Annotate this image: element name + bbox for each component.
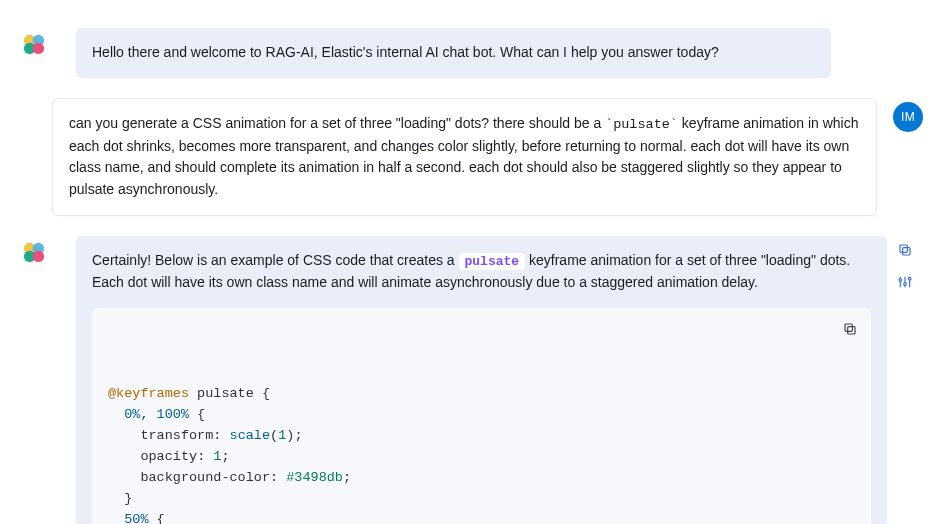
ai-reply-inline-code: pulsate — [459, 253, 526, 270]
user-prompt-row: can you generate a CSS animation for a s… — [20, 98, 923, 216]
ai-reply-row: Certainly! Below is an example of CSS co… — [20, 236, 923, 524]
user-prompt-text: can you generate a CSS animation for a s… — [69, 115, 859, 197]
svg-rect-8 — [848, 326, 855, 333]
elastic-logo-icon — [20, 238, 48, 266]
ai-welcome-text: Hello there and welcome to RAG-AI, Elast… — [92, 44, 719, 60]
ai-welcome-bubble: Hello there and welcome to RAG-AI, Elast… — [76, 28, 831, 78]
copy-reply-icon[interactable] — [895, 240, 915, 260]
user-avatar: IM — [893, 102, 923, 132]
svg-point-7 — [33, 250, 44, 261]
code-block: @keyframes pulsate { 0%, 100% { transfor… — [92, 308, 871, 525]
ai-avatar-col — [20, 28, 76, 58]
user-avatar-col: IM — [877, 98, 923, 132]
svg-rect-11 — [900, 245, 907, 252]
ai-reply-bubble: Certainly! Below is an example of CSS co… — [76, 236, 887, 524]
ai-reply-pre: Certainly! Below is an example of CSS co… — [92, 252, 459, 268]
elastic-logo-icon — [20, 30, 48, 58]
svg-rect-9 — [845, 324, 852, 331]
svg-point-13 — [899, 278, 902, 281]
svg-point-3 — [33, 43, 44, 54]
svg-rect-10 — [903, 247, 910, 254]
ai-welcome-row: Hello there and welcome to RAG-AI, Elast… — [20, 28, 923, 78]
code-text: @keyframes pulsate { 0%, 100% { transfor… — [108, 384, 855, 524]
svg-point-17 — [908, 277, 911, 280]
user-avatar-initials: IM — [901, 110, 915, 124]
ai-avatar-col-2 — [20, 236, 76, 266]
svg-point-15 — [904, 282, 907, 285]
user-bubble: can you generate a CSS animation for a s… — [52, 98, 877, 216]
reply-actions — [887, 236, 923, 292]
settings-sliders-icon[interactable] — [895, 272, 915, 292]
copy-code-icon[interactable] — [841, 320, 859, 338]
